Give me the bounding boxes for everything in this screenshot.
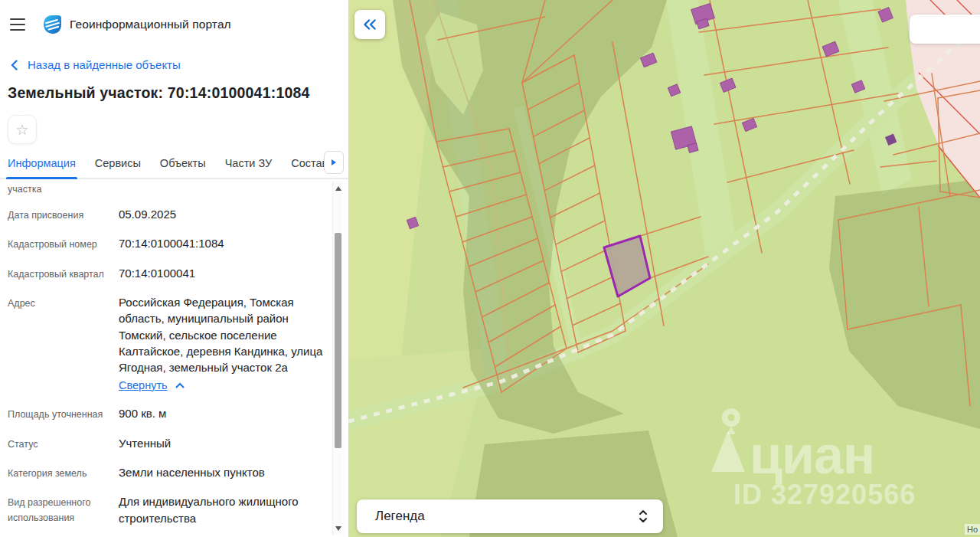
scrollbar-thumb[interactable]: [335, 233, 341, 448]
chevron-up-icon: [175, 382, 185, 388]
chevron-left-icon: [11, 60, 18, 70]
row-label: Площадь уточненная: [8, 405, 119, 422]
row-label: Кадастровый квартал: [8, 265, 119, 282]
topbar: Геоинформационный портал: [0, 0, 348, 35]
search-box-stub[interactable]: [910, 15, 980, 44]
triangle-right-icon: [331, 159, 337, 166]
info-row: Кадастровый квартал 70:14:0100041: [8, 265, 330, 282]
row-value: Учтенный: [119, 435, 325, 452]
row-value: 900 кв. м: [119, 405, 325, 422]
triangle-down-icon: [335, 526, 341, 531]
collapse-address-link[interactable]: Свернуть: [119, 378, 185, 394]
tab-information[interactable]: Информация: [8, 157, 76, 178]
triangle-up-icon: [335, 186, 341, 191]
geoportal-app: Геоинформационный портал Назад в найденн…: [0, 0, 980, 537]
app-title: Геоинформационный портал: [70, 18, 231, 31]
legend-label: Легенда: [375, 509, 425, 524]
info-row-address: Адрес Российская Федерация, Томская обла…: [8, 294, 330, 393]
scrolled-label-tail: участка: [8, 184, 330, 195]
info-panel: участка Дата присвоения 05.09.2025 Кадас…: [0, 179, 348, 526]
map-canvas[interactable]: циан ID 327920566: [348, 0, 980, 537]
star-icon: ☆: [15, 121, 28, 139]
tab-parts[interactable]: Части ЗУ: [225, 157, 273, 178]
collapse-link-label: Свернуть: [119, 378, 168, 394]
row-label: Дата присвоения: [8, 206, 119, 223]
address-text: Российская Федерация, Томская область, м…: [119, 296, 322, 374]
info-row: Категория земель Земли населенных пункто…: [8, 464, 330, 481]
row-label: Вид разрешенного использования: [8, 493, 119, 526]
row-value: 70:14:0100041:1084: [119, 235, 325, 252]
tab-objects[interactable]: Объекты: [160, 157, 206, 178]
vertical-scrollbar[interactable]: [332, 182, 342, 535]
scroll-up-button[interactable]: [333, 183, 343, 194]
row-label: Адрес: [8, 294, 119, 393]
row-value: 05.09.2025: [119, 206, 325, 223]
expand-collapse-icon[interactable]: [639, 509, 648, 523]
info-row: Статус Учтенный: [8, 435, 330, 452]
tabs-scroll-right-button[interactable]: [324, 151, 344, 174]
row-label: Категория земель: [8, 464, 119, 481]
row-value: Земли населенных пунктов: [119, 464, 325, 481]
tab-bar: Информация Сервисы Объекты Части ЗУ Сост…: [0, 153, 348, 179]
map-container: циан ID 327920566 Легенда Но: [348, 0, 980, 537]
legend-panel[interactable]: Легенда: [357, 499, 663, 533]
info-row: Кадастровый номер 70:14:0100041:1084: [8, 235, 330, 252]
menu-icon[interactable]: [10, 18, 25, 31]
row-label: Кадастровый номер: [8, 235, 119, 252]
row-value: 70:14:0100041: [119, 265, 325, 282]
portal-logo-icon: [41, 14, 63, 35]
favorite-button[interactable]: ☆: [8, 115, 37, 144]
tab-composition[interactable]: Состав: [291, 157, 328, 178]
page-title: Земельный участок: 70:14:0100041:1084: [8, 84, 341, 102]
scroll-down-button[interactable]: [333, 523, 343, 534]
back-link-label: Назад в найденные объекты: [28, 58, 181, 71]
watermark-brand: циан: [750, 425, 874, 485]
double-chevron-left-icon: [363, 19, 377, 30]
watermark-id: ID 327920566: [733, 479, 916, 510]
collapse-sidebar-button[interactable]: [354, 10, 385, 39]
map-attribution-label: Но: [965, 524, 980, 535]
row-value: Для индивидуального жилищного строительс…: [119, 493, 325, 526]
back-link[interactable]: Назад в найденные объекты: [11, 58, 348, 71]
row-value: Российская Федерация, Томская область, м…: [119, 294, 325, 393]
sidebar-panel: Геоинформационный портал Назад в найденн…: [0, 0, 348, 537]
info-row: Дата присвоения 05.09.2025: [8, 206, 330, 223]
tab-services[interactable]: Сервисы: [95, 157, 141, 178]
info-row: Площадь уточненная 900 кв. м: [8, 405, 330, 422]
row-label: Статус: [8, 435, 119, 452]
info-row: Вид разрешенного использования Для индив…: [8, 493, 330, 526]
